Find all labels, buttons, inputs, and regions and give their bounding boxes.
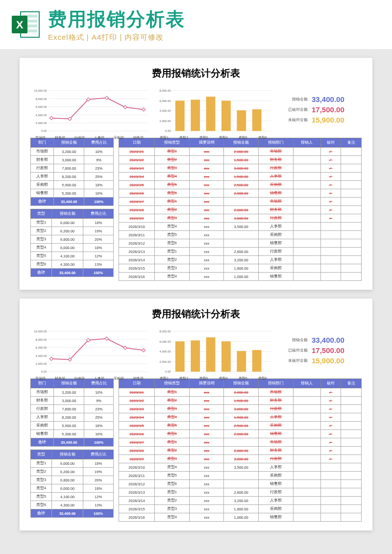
table-row: 2028/3/9类型3xxx3,000.00行政部✓ — [119, 214, 362, 223]
table-row: 行政部7,800.0023% — [31, 405, 114, 413]
table-row: 类型26,200.0019% — [31, 468, 114, 476]
bar-chart: 0.002,000.004,000.006,000.008,000.00类型1类… — [154, 85, 272, 134]
kpi-value: 15,900.00 — [312, 116, 344, 124]
table-row: 2028/3/4类型4xxx1,500.00人事部✓ — [119, 173, 362, 181]
svg-text:0.00: 0.00 — [165, 129, 171, 132]
detail-table: 日期报销类型摘要说明报销金额报销部门报销人核对备注2028/3/1类型1xxx2… — [119, 378, 362, 522]
svg-text:4,000.00: 4,000.00 — [160, 109, 172, 112]
table-row: 2028/3/7类型1xxx市场部✓ — [119, 438, 362, 447]
svg-text:8,000.00: 8,000.00 — [160, 330, 172, 333]
detail-table: 日期报销类型摘要说明报销金额报销部门报销人核对备注2028/3/1类型1xxx2… — [119, 138, 362, 281]
table-row: 2028/3/16类型4xxx1,000.00销售部 — [119, 273, 362, 281]
kpi-label: 已核对金额 — [278, 107, 308, 112]
table-row: 销售部5,300.0016% — [31, 430, 114, 438]
svg-text:8,000.00: 8,000.00 — [36, 338, 48, 341]
table-row: 类型46,000.0018% — [31, 484, 114, 493]
template-header: X 费用报销分析表 Excel格式 | A4打印 | 内容可修改 — [0, 0, 392, 49]
table-row: 类型36,800.0020% — [31, 235, 114, 244]
table-row: 2028/3/3类型3xxx3,000.00行政部✓ — [119, 164, 362, 173]
svg-rect-31 — [206, 97, 216, 131]
svg-text:10,000.00: 10,000.00 — [34, 330, 47, 333]
table-row: 2028/3/14类型2xxx3,200.00人事部 — [119, 497, 362, 505]
svg-rect-32 — [221, 101, 231, 131]
svg-rect-33 — [237, 110, 246, 131]
table-row: 2028/3/14类型2xxx3,200.00人事部 — [119, 256, 362, 264]
svg-text:0.00: 0.00 — [41, 370, 47, 373]
table-row: 2028/3/6类型6xxx2,000.00销售部✓ — [119, 189, 362, 198]
total-row: 合计33,400.00100% — [31, 438, 114, 447]
table-row: 市场部3,200.0010% — [31, 148, 114, 156]
table-row: 2028/3/7类型1xxx市场部✓ — [119, 198, 362, 206]
table-row: 2028/3/1类型1xxx2,000.00市场部✓ — [119, 388, 362, 397]
total-row: 合计33,400.00100% — [31, 198, 114, 206]
svg-rect-59 — [206, 337, 216, 372]
col-header: 类型 — [31, 450, 52, 459]
line-chart: 0.002,000.004,000.006,000.008,000.0010,0… — [30, 85, 148, 134]
svg-text:4,000.00: 4,000.00 — [36, 114, 48, 117]
table-row: 2028/3/15类型3xxx1,800.00采购部 — [119, 505, 362, 513]
svg-text:6,000.00: 6,000.00 — [36, 346, 48, 349]
table-row: 2028/3/11类型5xxx采购部 — [119, 472, 362, 480]
table-row: 2028/3/13类型1xxx2,800.00行政部 — [119, 248, 362, 256]
table-row: 类型26,200.0019% — [31, 227, 114, 235]
total-row: 合计33,400.00100% — [31, 269, 114, 277]
col-header: 报销金额 — [52, 450, 83, 459]
svg-rect-30 — [191, 100, 200, 131]
kpi-row: 已核对金额17,500.00 — [278, 346, 362, 354]
svg-text:6,000.00: 6,000.00 — [160, 340, 172, 343]
svg-text:2,000.00: 2,000.00 — [36, 362, 48, 365]
header-text: 费用报销分析表 Excel格式 | A4打印 | 内容可修改 — [48, 7, 185, 42]
table-row: 2028/3/12类型6xxx销售部 — [119, 480, 362, 488]
table-row: 财务部3,000.009% — [31, 156, 114, 164]
svg-text:2,000.00: 2,000.00 — [160, 120, 172, 123]
kpi-value: 17,500.00 — [312, 346, 344, 354]
svg-text:8,000.00: 8,000.00 — [160, 89, 172, 92]
kpi-value: 33,400.00 — [312, 95, 344, 103]
svg-rect-29 — [175, 101, 185, 131]
table-row: 人事部8,200.0025% — [31, 173, 114, 181]
table-row: 类型46,000.0018% — [31, 244, 114, 252]
table-row: 2028/3/6类型6xxx2,000.00销售部✓ — [119, 430, 362, 438]
col-header: 费用占比 — [83, 450, 114, 459]
col-header: 报销人 — [293, 379, 320, 388]
type-table: 类型报销金额费用占比类型16,000.0018%类型26,200.0019%类型… — [30, 450, 114, 518]
kpi-row: 报销金额33,400.00 — [278, 95, 362, 103]
col-header: 报销人 — [293, 138, 320, 148]
kpi-row: 未核对金额15,900.00 — [278, 116, 362, 124]
svg-rect-57 — [175, 341, 185, 372]
table-row: 2028/3/15类型3xxx1,800.00采购部 — [119, 264, 362, 273]
col-header: 费用占比 — [83, 209, 114, 219]
kpi-panel: 报销金额33,400.00已核对金额17,500.00未核对金额15,900.0… — [278, 326, 362, 375]
svg-text:6,000.00: 6,000.00 — [160, 100, 172, 102]
table-row: 2028/3/2类型2xxx1,500.00财务部✓ — [119, 156, 362, 164]
svg-text:10,000.00: 10,000.00 — [34, 89, 47, 92]
svg-text:2,000.00: 2,000.00 — [160, 360, 172, 363]
table-row: 人事部8,200.0025% — [31, 413, 114, 422]
col-header: 核对 — [320, 379, 341, 388]
svg-text:2,000.00: 2,000.00 — [36, 122, 48, 125]
table-row: 2028/3/12类型6xxx销售部 — [119, 239, 362, 248]
table-row: 类型36,800.0020% — [31, 476, 114, 484]
svg-text:8,000.00: 8,000.00 — [36, 98, 48, 101]
report-page: 费用报销统计分析表 0.002,000.004,000.006,000.008,… — [20, 58, 372, 290]
table-row: 类型64,300.0013% — [31, 501, 114, 509]
col-header: 备注 — [341, 138, 362, 148]
svg-text:6,000.00: 6,000.00 — [36, 105, 48, 108]
table-row: 2028/3/2类型2xxx1,500.00财务部✓ — [119, 397, 362, 405]
col-header: 类型 — [31, 209, 52, 219]
table-row: 2028/3/10类型4xxx3,500.00人事部 — [119, 223, 362, 231]
svg-rect-34 — [252, 109, 262, 131]
svg-rect-61 — [237, 351, 246, 372]
svg-text:4,000.00: 4,000.00 — [160, 350, 172, 353]
kpi-label: 已核对金额 — [278, 348, 308, 353]
table-row: 2028/3/5类型5xxx2,500.00采购部✓ — [119, 181, 362, 189]
table-row: 财务部3,000.009% — [31, 397, 114, 405]
svg-text:0.00: 0.00 — [165, 370, 171, 373]
table-row: 2028/3/13类型1xxx2,800.00行政部 — [119, 488, 362, 497]
table-row: 2028/3/11类型5xxx采购部 — [119, 231, 362, 239]
svg-text:4,000.00: 4,000.00 — [36, 354, 48, 357]
kpi-value: 33,400.00 — [312, 336, 344, 344]
table-row: 行政部7,800.0023% — [31, 164, 114, 173]
table-row: 2028/3/16类型4xxx1,000.00销售部 — [119, 513, 362, 522]
col-header: 备注 — [341, 379, 362, 388]
